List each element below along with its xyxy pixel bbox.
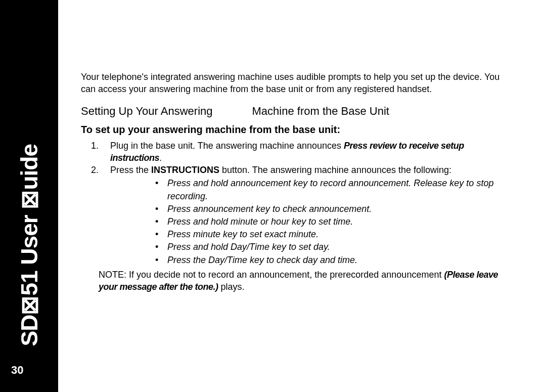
step2-strong: INSTRUCTIONS xyxy=(151,165,219,175)
step2-text-a: Press the xyxy=(110,165,151,175)
bullet-item: Press and hold announcement key to recor… xyxy=(153,177,513,202)
sidebar: SD⊠51 User ⊠uide 30 xyxy=(0,0,58,392)
document-title: SD⊠51 User ⊠uide xyxy=(16,144,43,346)
step1-text-a: Plug in the base unit. The answering mac… xyxy=(110,141,344,151)
bullet-item: Press and hold Day/Time key to set day. xyxy=(153,241,513,253)
step-1: Plug in the base unit. The answering mac… xyxy=(101,140,513,164)
announcement-bullets: Press and hold announcement key to recor… xyxy=(153,177,513,266)
note-text-a: NOTE: If you decide not to record an ann… xyxy=(99,270,444,280)
page-number: 30 xyxy=(11,364,23,377)
bullet-item: Press minute key to set exact minute. xyxy=(153,228,513,241)
section-heading-part-b: Machine from the Base Unit xyxy=(252,105,389,118)
section-heading-part-a: Setting Up Your Answering xyxy=(81,105,213,118)
step1-text-b: . xyxy=(159,153,162,163)
step-2: Press the INSTRUCTIONS button. The answe… xyxy=(101,164,513,267)
bullet-item: Press and hold minute or hour key to set… xyxy=(153,215,513,228)
note-text-b: plays. xyxy=(218,282,245,292)
bullet-item: Press announcement key to check announce… xyxy=(153,203,513,215)
page-content: Your telephone's integrated answering ma… xyxy=(81,71,513,293)
bullet-item: Press the Day/Time key to check day and … xyxy=(153,254,513,267)
section-heading: Setting Up Your Answering Machine from t… xyxy=(81,105,513,118)
intro-paragraph: Your telephone's integrated answering ma… xyxy=(81,71,513,96)
subheading: To set up your answering machine from th… xyxy=(81,124,513,136)
step2-text-b: button. The answering machine announces … xyxy=(219,165,451,175)
steps-list: Plug in the base unit. The answering mac… xyxy=(96,140,513,267)
note-paragraph: NOTE: If you decide not to record an ann… xyxy=(99,269,513,293)
